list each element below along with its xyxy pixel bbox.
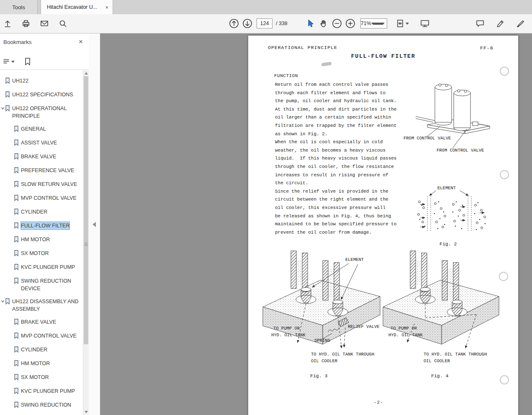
print-button[interactable]: [19, 17, 33, 30]
search-button[interactable]: [56, 17, 69, 30]
bookmark-item[interactable]: GENERAL: [9, 123, 83, 137]
hand-tool-button[interactable]: [317, 17, 330, 30]
bookmark-item[interactable]: KVC PLUNGER PUMP: [9, 261, 83, 275]
bookmark-icon: [5, 91, 10, 99]
bookmark-icon: [14, 208, 19, 217]
new-bookmark-button[interactable]: [24, 57, 31, 66]
chevron-down-icon: [371, 23, 385, 25]
close-panel-icon[interactable]: ×: [79, 38, 83, 46]
bookmark-item-label: CYLINDER: [21, 346, 47, 353]
chevron-down-icon[interactable]: [0, 105, 5, 110]
highlight-button[interactable]: [493, 17, 507, 30]
bookmark-item-label: UH122 SPECIFICATIONS: [12, 91, 73, 98]
next-page-button[interactable]: [241, 17, 254, 30]
zoom-level-dropdown[interactable]: 71%: [360, 18, 387, 28]
bookmark-item[interactable]: HM MOTOR: [9, 357, 83, 371]
chevron-down-icon[interactable]: [0, 298, 5, 303]
acrobat-window: Tools Hitachi Excavator U... ×: [0, 0, 532, 415]
page-count-label: / 338: [276, 21, 288, 26]
tab-tools[interactable]: Tools: [0, 0, 38, 14]
zoom-out-button[interactable]: [330, 17, 344, 30]
bookmark-item[interactable]: BRAKE VALVE: [9, 150, 83, 164]
bookmark-icon: [5, 298, 10, 306]
bookmark-icon: [14, 318, 19, 327]
bookmarks-panel-header: Bookmarks ×: [0, 34, 89, 52]
bookmark-item[interactable]: CYLINDER: [9, 343, 83, 357]
bookmark-item-label: CYLINDER: [21, 208, 47, 216]
bookmarks-panel-toolbar: [0, 54, 89, 70]
label-to-pump-fig3-1: TO PUMP OR: [273, 326, 300, 331]
bookmark-icon: [14, 222, 19, 230]
fig4-caption: Fig. 4: [431, 373, 449, 379]
highlight-icon: [496, 19, 505, 28]
zoom-level-value: 71%: [361, 21, 371, 26]
bookmark-item[interactable]: FULL-FLOW FILTER: [9, 219, 83, 233]
fig2-diagram: ELEMENT: [414, 183, 491, 247]
plus-circle-icon: [345, 18, 356, 29]
fig4-diagram: TO PUMP OR HYD. OIL TANK TO HYD. OIL TAN…: [377, 241, 502, 385]
email-button[interactable]: [38, 17, 51, 30]
bookmark-item-label: KVC PLUNGER PUMP: [21, 263, 75, 271]
bookmark-item[interactable]: UH122 SPECIFICATIONS: [0, 88, 83, 102]
zoom-in-button[interactable]: [344, 17, 357, 30]
scrollbar-thumb[interactable]: [84, 76, 88, 344]
bookmark-item[interactable]: SLOW RETURN VALVE: [9, 178, 83, 192]
collapse-panel-icon[interactable]: [93, 222, 96, 227]
bookmark-item[interactable]: SX MOTOR: [9, 247, 83, 261]
bookmark-item[interactable]: SWING REDUCTION DEVICE: [9, 275, 83, 295]
new-bookmark-icon: [24, 57, 31, 66]
bookmark-icon: [14, 277, 19, 286]
scrollbar-grip: [85, 243, 87, 246]
bookmark-icon: [14, 167, 19, 175]
fig3-diagram: ELEMENT TO PUMP OR HYD. OIL TANK SPRING …: [252, 241, 391, 385]
filter-assembly-diagram: FROM CONTROL VALVE FROM CONTROL VALVE: [403, 75, 493, 156]
bookmarks-panel-title: Bookmarks: [3, 39, 32, 45]
bookmark-item[interactable]: UH122: [0, 75, 83, 88]
bookmark-item[interactable]: SWING REDUCTION: [9, 399, 83, 412]
page-body-text: Return oil from each control valve passe…: [275, 81, 396, 237]
scan-hole-mark: [500, 170, 509, 179]
bookmark-item[interactable]: UH122 DISASSEMBLY AND ASSEMBLY: [0, 295, 83, 316]
share-icon: [3, 19, 12, 28]
scroll-up-icon[interactable]: [85, 72, 88, 75]
fill-sign-button[interactable]: [514, 17, 527, 30]
bookmark-item-label: KVC PLUNGER PUMP: [21, 387, 75, 395]
label-from-control-valve-2: FROM CONTROL VALVE: [437, 148, 484, 153]
sidebar-scrollbar[interactable]: [83, 70, 89, 415]
bookmark-item[interactable]: MVP CONTROL VALVE: [9, 330, 83, 343]
previous-page-button[interactable]: [227, 17, 241, 30]
bookmark-options-button[interactable]: [3, 58, 15, 65]
comment-button[interactable]: [473, 17, 487, 30]
main-toolbar: / 338 71%: [0, 14, 532, 34]
bookmark-item[interactable]: MVP CONTROL VALVE: [9, 192, 83, 206]
print-icon: [21, 19, 31, 28]
bookmark-item[interactable]: BRAKE VALVE: [9, 316, 83, 330]
bookmark-item[interactable]: PREFERENCE VALVE: [9, 164, 83, 178]
select-tool-button[interactable]: [303, 17, 317, 30]
display-mode-button[interactable]: [418, 17, 432, 30]
label-to-tank-fig4-2: OIL COOLER: [424, 358, 450, 363]
bookmark-item-label: MVP CONTROL VALVE: [21, 332, 77, 340]
bookmark-item[interactable]: HM MOTOR: [9, 233, 83, 247]
scan-hole-mark: [500, 375, 509, 384]
bookmark-item[interactable]: ASSIST VALVE: [9, 137, 83, 150]
document-viewport[interactable]: OPERATIONAL PRINCIPLE FF-8 FULL-FLOW FIL…: [100, 34, 532, 415]
bookmark-item[interactable]: CYLINDER: [9, 206, 83, 219]
close-tab-icon[interactable]: ×: [105, 4, 108, 10]
page-title: FULL-FLOW FILTER: [248, 53, 518, 59]
share-button[interactable]: [1, 17, 14, 30]
bookmark-item[interactable]: SX MOTOR: [9, 371, 83, 385]
scroll-down-icon[interactable]: [85, 411, 88, 413]
page-number-footer: -2-: [374, 400, 383, 405]
bookmark-icon: [14, 250, 19, 258]
bookmark-item-label: HM MOTOR: [21, 360, 50, 367]
tab-document[interactable]: Hitachi Excavator U... ×: [41, 0, 113, 14]
bookmark-item-label: MVP CONTROL VALVE: [21, 194, 77, 202]
page-header-right: FF-8: [480, 45, 493, 51]
page-fit-dropdown[interactable]: [393, 17, 411, 30]
page-number-input[interactable]: [257, 18, 272, 28]
panel-splitter[interactable]: [89, 34, 100, 415]
bookmark-item[interactable]: UH122 OPERATIONAL PRINCIPLE: [0, 102, 83, 123]
bookmark-icon: [14, 125, 19, 134]
bookmark-item[interactable]: KVC PLUNGER PUMP: [9, 385, 83, 399]
